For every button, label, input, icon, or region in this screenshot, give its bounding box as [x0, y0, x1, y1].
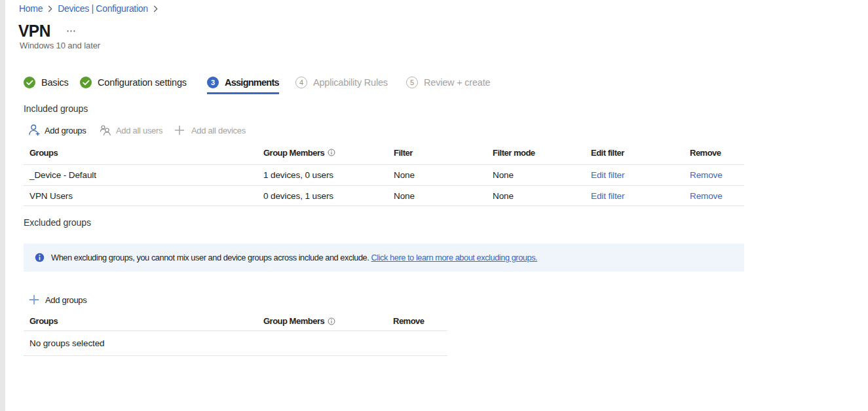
- add-all-devices-button[interactable]: Add all devices: [174, 124, 246, 137]
- table-header-row: Groups Group Members Remove: [24, 312, 447, 331]
- cell-group: VPN Users: [29, 191, 263, 201]
- empty-row: No groups selected: [24, 331, 447, 356]
- chevron-right-icon: [48, 5, 52, 12]
- col-groups: Groups: [29, 148, 263, 158]
- included-groups-label: Included groups: [24, 103, 88, 114]
- page: Home Devices | Configuration VPN Windows…: [0, 0, 868, 411]
- cell-filter-mode: None: [493, 191, 591, 201]
- excluded-groups-table: Groups Group Members Remove No groups se…: [24, 312, 447, 356]
- info-icon[interactable]: [328, 149, 335, 156]
- breadcrumb-devices-configuration[interactable]: Devices | Configuration: [58, 3, 148, 14]
- people-icon: [100, 124, 111, 136]
- table-row: _Device - Default 1 devices, 0 users Non…: [24, 164, 744, 185]
- cell-group: _Device - Default: [29, 170, 263, 180]
- more-menu-icon[interactable]: [67, 29, 75, 33]
- col-remove: Remove: [690, 148, 744, 158]
- check-circle-icon: [24, 77, 35, 88]
- step-4-circle: 4: [295, 77, 307, 88]
- excluded-add-groups-button[interactable]: Add groups: [29, 293, 87, 306]
- cell-filter: None: [394, 191, 493, 201]
- platform-subtitle: Windows 10 and later: [20, 41, 100, 50]
- tab-applicability-rules[interactable]: 4 Applicability Rules: [295, 77, 388, 88]
- tab-basics[interactable]: Basics: [24, 77, 69, 88]
- title-row: VPN: [18, 21, 52, 41]
- table-header-row: Groups Group Members Filter Filter mode …: [24, 143, 744, 164]
- included-groups-table: Groups Group Members Filter Filter mode …: [24, 143, 744, 206]
- banner-learn-more-link[interactable]: Click here to learn more about excluding…: [371, 253, 538, 262]
- step-3-circle: 3: [207, 77, 219, 88]
- step-5-circle: 5: [406, 77, 418, 88]
- col-filter: Filter: [394, 148, 493, 158]
- add-all-users-button[interactable]: Add all users: [100, 124, 162, 137]
- col-group-members: Group Members: [263, 148, 394, 158]
- banner-text: When excluding groups, you cannot mix us…: [51, 253, 537, 262]
- tab-configuration-settings[interactable]: Configuration settings: [80, 77, 187, 88]
- left-strip: [0, 0, 5, 411]
- col-remove: Remove: [393, 316, 447, 326]
- col-edit-filter: Edit filter: [591, 148, 690, 158]
- col-group-members: Group Members: [263, 316, 393, 326]
- tab-review-create[interactable]: 5 Review + create: [406, 77, 490, 88]
- cell-filter-mode: None: [493, 170, 591, 180]
- excluded-groups-label: Excluded groups: [24, 217, 91, 228]
- info-banner: When excluding groups, you cannot mix us…: [24, 243, 744, 272]
- edit-filter-link[interactable]: Edit filter: [591, 191, 624, 201]
- edit-filter-link[interactable]: Edit filter: [591, 170, 624, 180]
- cell-members: 1 devices, 0 users: [263, 170, 394, 180]
- tab-assignments[interactable]: 3 Assignments: [207, 77, 279, 88]
- remove-link[interactable]: Remove: [690, 170, 723, 180]
- wizard-tabs: Basics Configuration settings 3 Assignme…: [0, 77, 868, 95]
- plus-icon: [29, 295, 39, 305]
- page-title: VPN: [18, 21, 50, 41]
- col-filter-mode: Filter mode: [493, 148, 591, 158]
- empty-message: No groups selected: [29, 338, 263, 348]
- breadcrumb: Home Devices | Configuration: [19, 3, 163, 14]
- check-circle-icon: [80, 77, 92, 88]
- col-groups: Groups: [29, 316, 263, 326]
- add-groups-button[interactable]: Add groups: [29, 124, 86, 137]
- cell-filter: None: [394, 170, 493, 180]
- info-icon[interactable]: [328, 317, 335, 325]
- breadcrumb-home[interactable]: Home: [19, 3, 43, 14]
- table-row: VPN Users 0 devices, 1 users None None E…: [24, 185, 744, 206]
- chevron-right-icon: [153, 5, 158, 12]
- info-filled-icon: [35, 253, 45, 262]
- remove-link[interactable]: Remove: [690, 191, 723, 201]
- plus-icon: [174, 125, 185, 135]
- cell-members: 0 devices, 1 users: [263, 191, 394, 201]
- person-add-icon: [29, 124, 41, 136]
